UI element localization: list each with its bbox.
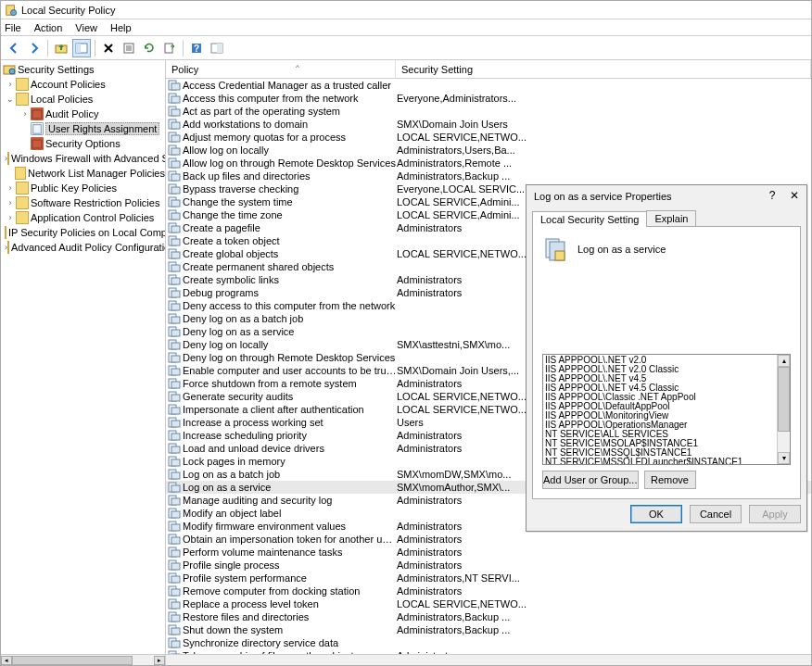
folder-icon [7,241,9,254]
help-button[interactable]: ? [187,39,206,57]
cancel-button[interactable]: Cancel [690,505,742,523]
policy-row[interactable]: Act as part of the operating system [166,105,811,118]
policy-item-icon [168,248,181,259]
svg-rect-74 [171,434,180,440]
policy-name: Lock pages in memory [183,456,397,467]
tab-explain[interactable]: Explain [646,210,696,226]
policy-row[interactable]: Take ownership of files or other objects… [166,649,811,654]
expander-icon[interactable]: › [5,213,16,222]
svg-rect-48 [171,265,180,271]
policy-row[interactable]: Allow log on locallyAdministrators,Users… [166,144,811,157]
tree-node-icon [31,107,44,120]
apply-button[interactable]: Apply [749,505,801,523]
ok-button[interactable]: OK [630,505,682,523]
tree-item-label: Software Restriction Policies [31,197,159,208]
listbox-scrollbar[interactable]: ▴ ▾ [777,355,790,464]
tree-item[interactable]: IP Security Policies on Local Compute [1,225,165,240]
show-hide-console-tree-button[interactable] [208,39,226,57]
policy-item-icon [168,300,181,311]
scroll-thumb[interactable] [12,656,133,665]
expander-icon[interactable]: › [5,198,16,207]
policy-item-icon [168,132,181,143]
policy-row[interactable]: Restore files and directoriesAdministrat… [166,610,811,623]
tree-item[interactable]: User Rights Assignment [1,121,165,136]
policy-name: Profile single process [183,559,397,571]
add-user-or-group-button[interactable]: Add User or Group... [542,471,639,489]
policy-row[interactable]: Synchronize directory service data [166,636,811,649]
menu-view[interactable]: View [75,22,97,33]
policy-name: Remove computer from docking station [183,585,397,597]
policy-name: Manage auditing and security log [183,495,397,506]
scroll-left-arrow[interactable]: ◂ [1,656,12,665]
svg-rect-88 [171,524,180,531]
policy-row[interactable]: Access Credential Manager as a trusted c… [166,79,811,92]
policy-setting: Everyone,Administrators... [397,93,811,104]
principals-listbox[interactable]: IIS APPPOOL\.NET v2.0IIS APPPOOL\.NET v2… [542,354,791,465]
menu-action[interactable]: Action [34,22,63,33]
tree-item-label: Public Key Policies [31,182,117,194]
tree-item[interactable]: ›Windows Firewall with Advanced Sec [1,151,165,166]
principal-item[interactable]: NT SERVICE\MSSQLFDLauncher$INSTANCE1 [545,458,788,465]
policy-item-icon [168,365,181,376]
policy-name: Increase scheduling priority [183,430,397,441]
remove-button[interactable]: Remove [644,471,696,489]
policy-row[interactable]: Back up files and directoriesAdministrat… [166,170,811,182]
policy-name: Log on as a batch job [183,469,397,480]
tree-pane-toggle-button[interactable] [72,39,91,57]
policy-row[interactable]: Perform volume maintenance tasksAdminist… [166,546,811,559]
tree-node-icon [31,137,44,150]
tree-item[interactable]: ›Audit Policy [1,107,165,121]
tree-item[interactable]: ›Software Restriction Policies [1,195,165,210]
policy-row[interactable]: Remove computer from docking stationAdmi… [166,584,811,597]
dialog-close-button[interactable]: ✕ [784,187,805,204]
policy-row[interactable]: Allow log on through Remote Desktop Serv… [166,157,811,170]
delete-button[interactable] [99,39,118,57]
policy-row[interactable]: Shut down the systemAdministrators,Backu… [166,623,811,636]
expander-icon[interactable]: › [5,80,16,89]
expander-icon[interactable]: › [5,183,16,193]
forward-button[interactable] [25,39,44,57]
toolbar: ? [1,36,811,60]
scroll-down-arrow[interactable]: ▾ [778,452,790,464]
tree-item[interactable]: ›Advanced Audit Policy Configuration [1,240,165,255]
refresh-button[interactable] [140,39,159,57]
dialog-title-bar[interactable]: Log on as a service Properties ? ✕ [527,185,806,207]
policy-row[interactable]: Profile single processAdministrators [166,559,811,572]
policy-row[interactable]: Access this computer from the networkEve… [166,92,811,105]
tree-item[interactable]: ⌄Local Policies [1,92,165,107]
expander-icon[interactable]: › [19,109,31,119]
policy-row[interactable]: Adjust memory quotas for a processLOCAL … [166,131,811,144]
scroll-right-arrow[interactable]: ▸ [154,656,165,665]
policy-row[interactable]: Profile system performanceAdministrators… [166,572,811,584]
dialog-title: Log on as a service Properties [534,191,672,202]
tree-item[interactable]: Network List Manager Policies [1,166,165,181]
policy-item-icon [168,391,181,402]
policy-row[interactable]: Replace a process level tokenLOCAL SERVI… [166,597,811,610]
dialog-help-button[interactable]: ? [762,187,782,204]
properties-button[interactable] [120,39,138,57]
tree-item[interactable]: Security Options [1,136,165,151]
tree-item[interactable]: ›Public Key Policies [1,181,165,195]
policy-row[interactable]: Add workstations to domainSMX\Domain Joi… [166,118,811,131]
tree-item[interactable]: ›Application Control Policies [1,210,165,225]
column-header-setting[interactable]: Security Setting [396,60,811,78]
policy-setting: Administrators,Backup ... [397,170,811,182]
up-folder-button[interactable] [52,39,70,57]
menu-help[interactable]: Help [110,22,132,33]
expander-icon[interactable]: ⌄ [5,94,16,104]
policy-item-icon [168,339,181,350]
policy-row[interactable]: Obtain an impersonation token for anothe… [166,533,811,546]
scroll-thumb[interactable] [778,367,790,432]
column-header-policy[interactable]: Policy [166,60,396,78]
policy-setting: Administrators [397,650,811,654]
tree-root[interactable]: Security Settings [1,62,165,77]
export-list-button[interactable] [160,39,179,57]
tree-item[interactable]: ›Account Policies [1,77,165,92]
scroll-up-arrow[interactable]: ▴ [778,355,790,367]
scroll-track[interactable] [12,656,154,665]
back-button[interactable] [5,39,23,57]
policy-item-icon [168,585,181,597]
policy-item-icon [168,145,181,156]
tab-local-security-setting[interactable]: Local Security Setting [532,211,647,227]
menu-file[interactable]: File [5,22,21,33]
